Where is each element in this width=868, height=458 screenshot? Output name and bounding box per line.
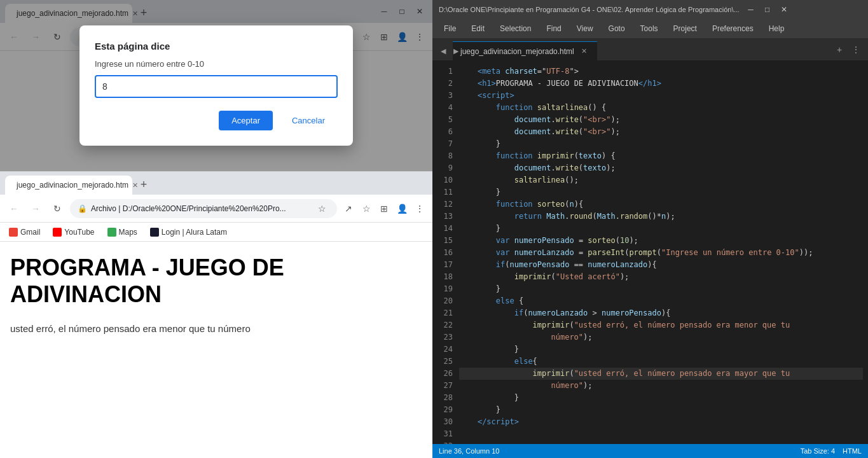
alura-label: Login | Alura Latam bbox=[162, 228, 227, 237]
nav-left-btn[interactable]: ◀ bbox=[437, 45, 449, 57]
dialog-input[interactable] bbox=[95, 75, 338, 98]
editor-nav: ◀ ▶ bbox=[437, 45, 462, 57]
dialog-overlay: Esta página dice Ingrese un número entre… bbox=[0, 0, 432, 171]
status-bar: Line 36, Column 10 Tab Size: 4 HTML bbox=[432, 444, 868, 458]
code-line-18: } bbox=[459, 186, 863, 198]
youtube-label: YouTube bbox=[64, 228, 94, 237]
code-content[interactable]: <meta charset="UTF-8"> <h1>PROGRAMA - JU… bbox=[459, 60, 868, 444]
code-line-22: } bbox=[459, 223, 863, 235]
star-icon-bottom[interactable]: ☆ bbox=[314, 201, 329, 216]
bookmark-gmail[interactable]: Gmail bbox=[5, 226, 44, 238]
code-line-1: <meta charset="UTF-8"> bbox=[459, 66, 863, 78]
editor-minimize-btn[interactable]: ─ bbox=[745, 3, 757, 16]
code-line-27: if(numeroPensado == numeroLanzado){ bbox=[459, 259, 863, 271]
tab-bar-bottom: juego_adivinacion_mejorado.htm ✕ + ─ □ ✕ bbox=[0, 172, 432, 195]
code-line-29: } bbox=[459, 283, 863, 295]
cancel-button[interactable]: Cancelar bbox=[279, 111, 338, 130]
status-left: Line 36, Column 10 bbox=[439, 447, 499, 455]
editor-tabs: ◀ ▶ juego_adivinacion_mejorado.html ✕ + … bbox=[432, 38, 868, 60]
maps-label: Maps bbox=[119, 228, 137, 237]
code-line-13: function imprimir(texto) { bbox=[459, 150, 863, 162]
url-box-bottom[interactable]: 🔒 Archivo | D:/Oracle%20ONE/Principiante… bbox=[70, 199, 337, 218]
code-line-32: imprimir("usted erró, el número pensado … bbox=[459, 319, 863, 331]
editor-window-controls: ─ □ ✕ bbox=[745, 3, 790, 16]
menu-tools[interactable]: Tools bbox=[634, 22, 665, 36]
split-editor-btn[interactable]: + bbox=[832, 43, 846, 57]
dialog-box: Esta página dice Ingrese un número entre… bbox=[79, 25, 353, 146]
youtube-icon bbox=[53, 228, 62, 237]
menu-find[interactable]: Find bbox=[540, 22, 567, 36]
bookmark-youtube[interactable]: YouTube bbox=[49, 226, 98, 238]
editor-tab-active[interactable]: juego_adivinacion_mejorado.html ✕ bbox=[453, 41, 597, 60]
dialog-buttons: Aceptar Cancelar bbox=[95, 111, 338, 130]
page-text: usted erró, el número pensado era menor … bbox=[10, 323, 422, 334]
code-line-30: else { bbox=[459, 295, 863, 307]
code-line-31: if(numeroLanzado > numeroPensado){ bbox=[459, 307, 863, 319]
dialog-title: Esta página dice bbox=[95, 41, 338, 52]
dialog-label: Ingrese un número entre 0-10 bbox=[95, 59, 338, 69]
line-numbers: 12345 678910 1112131415 1617181920 21222… bbox=[432, 60, 459, 444]
code-line-20: function sorteo(n){ bbox=[459, 198, 863, 211]
code-line-21: return Math.round(Math.random()*n); bbox=[459, 211, 863, 223]
menu-selection[interactable]: Selection bbox=[493, 22, 537, 36]
editor-maximize-btn[interactable]: □ bbox=[761, 3, 774, 16]
menu-icon-bottom[interactable]: ⋮ bbox=[412, 201, 427, 216]
menu-edit[interactable]: Edit bbox=[465, 22, 491, 36]
bookmark-maps[interactable]: Maps bbox=[104, 226, 141, 238]
address-bar-bottom: ← → ↻ 🔒 Archivo | D:/Oracle%20ONE/Princi… bbox=[0, 195, 432, 223]
new-tab-btn-bottom[interactable]: + bbox=[135, 176, 153, 193]
status-position: Line 36, Column 10 bbox=[439, 447, 499, 455]
browser-bottom-window: juego_adivinacion_mejorado.htm ✕ + ─ □ ✕… bbox=[0, 172, 432, 458]
menu-view[interactable]: View bbox=[570, 22, 600, 36]
code-line-8: document.write("<br>"); bbox=[459, 114, 863, 126]
browser-panel: juego_adivinacion_mejorado.htm ✕ + ─ □ ✕… bbox=[0, 0, 432, 458]
code-line-3: <h1>PROGRAMA - JUEGO DE ADIVINACION</h1> bbox=[459, 78, 863, 90]
editor-tab-label: juego_adivinacion_mejorado.html bbox=[460, 47, 574, 56]
code-line-39: } bbox=[459, 404, 863, 416]
code-line-36: imprimir("usted erró, el número pensado … bbox=[459, 368, 863, 380]
editor-titlebar: D:\Oracle ONE\Principiante en Programaci… bbox=[432, 0, 868, 19]
bookmarks-bar-bottom: Gmail YouTube Maps Login | Alura Latam bbox=[0, 223, 432, 242]
editor-tab-close-btn[interactable]: ✕ bbox=[579, 46, 589, 57]
menu-preferences[interactable]: Preferences bbox=[706, 22, 760, 36]
code-line-35: else{ bbox=[459, 356, 863, 368]
tab-label-bottom: juego_adivinacion_mejorado.htm bbox=[17, 181, 128, 190]
accept-button[interactable]: Aceptar bbox=[219, 111, 273, 130]
menu-help[interactable]: Help bbox=[762, 22, 791, 36]
bookmark-icon-bottom[interactable]: ☆ bbox=[359, 201, 374, 216]
code-line-15: document.write(texto); bbox=[459, 162, 863, 174]
profile-icon-bottom[interactable]: 👤 bbox=[394, 201, 410, 216]
editor-menubar: File Edit Selection Find View Goto Tools… bbox=[432, 19, 868, 38]
menu-goto[interactable]: Goto bbox=[602, 22, 631, 36]
menu-project[interactable]: Project bbox=[667, 22, 703, 36]
reload-btn-bottom[interactable]: ↻ bbox=[48, 200, 66, 218]
address-actions-bottom: ↗ ☆ ⊞ 👤 ⋮ bbox=[341, 201, 427, 216]
menu-file[interactable]: File bbox=[437, 22, 462, 36]
page-content: PROGRAMA - JUEGO DE ADIVINACION usted er… bbox=[0, 242, 432, 458]
gmail-label: Gmail bbox=[20, 228, 40, 237]
status-right: Tab Size: 4 HTML bbox=[801, 447, 862, 455]
more-tabs-btn[interactable]: ⋮ bbox=[849, 43, 863, 57]
back-btn-bottom[interactable]: ← bbox=[5, 200, 23, 218]
code-line-25: var numeroLanzado = parseInt(prompt("Ing… bbox=[459, 247, 863, 259]
alura-icon bbox=[150, 228, 159, 237]
code-line-end: </script> bbox=[459, 416, 863, 428]
lock-icon-bottom: 🔒 bbox=[78, 204, 87, 213]
code-line-33: número"); bbox=[459, 331, 863, 344]
url-text-bottom: Archivo | D:/Oracle%20ONE/Principiante%2… bbox=[91, 204, 310, 213]
code-editor: D:\Oracle ONE\Principiante en Programaci… bbox=[432, 0, 868, 458]
page-heading: PROGRAMA - JUEGO DE ADIVINACION bbox=[10, 254, 422, 308]
active-tab-bottom[interactable]: juego_adivinacion_mejorado.htm ✕ bbox=[5, 176, 132, 195]
reader-icon-bottom[interactable]: ⊞ bbox=[376, 201, 392, 216]
maps-icon bbox=[107, 228, 116, 237]
status-tabsize: Tab Size: 4 bbox=[801, 447, 835, 455]
nav-right-btn[interactable]: ▶ bbox=[450, 45, 462, 57]
forward-btn-bottom[interactable]: → bbox=[27, 200, 45, 218]
share-icon-bottom[interactable]: ↗ bbox=[341, 201, 356, 216]
code-line-4: <script> bbox=[459, 90, 863, 102]
editor-close-btn[interactable]: ✕ bbox=[778, 3, 790, 16]
code-line-37: número"); bbox=[459, 380, 863, 392]
bookmark-alura[interactable]: Login | Alura Latam bbox=[146, 226, 231, 238]
code-line-16: saltarlinea(); bbox=[459, 174, 863, 186]
gmail-icon bbox=[9, 228, 18, 237]
